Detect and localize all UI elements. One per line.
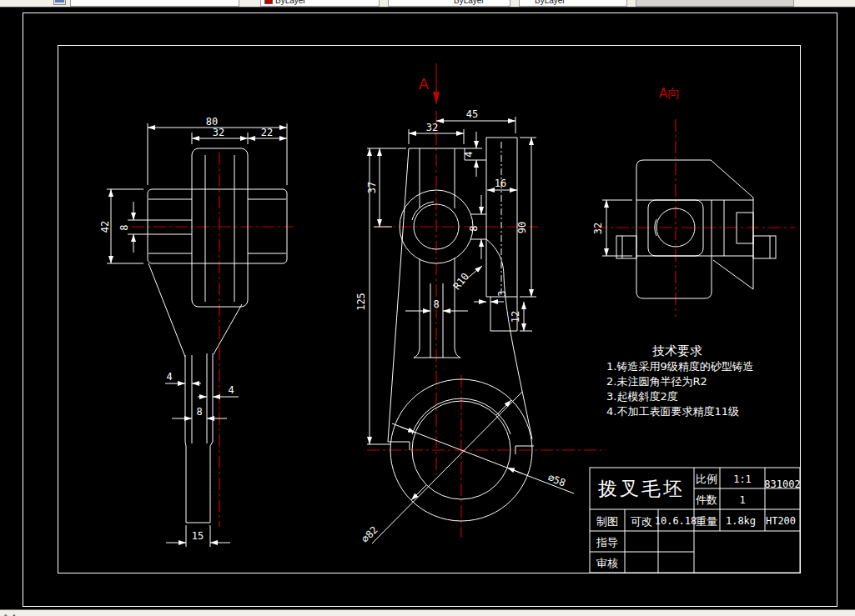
statusbar-strip: 命令: (0, 609, 855, 616)
toolbar-strip: ByLayer ByLayer ByLayer (0, 0, 855, 8)
dim-front-16: 16 (495, 178, 506, 189)
scale-label: 比例 (696, 473, 717, 485)
tech-item-4: 4.不加工表面要求精度11级 (606, 405, 739, 418)
dim-front-37: 37 (366, 182, 378, 193)
dim-left-32: 32 (213, 127, 224, 138)
advisor-label: 指导 (596, 536, 618, 548)
dim-left-4-r: 4 (228, 384, 234, 396)
color-swatch-icon (264, 0, 273, 4)
dim-front-32: 32 (426, 122, 438, 133)
drawn-label: 制图 (596, 515, 618, 528)
tech-item-3: 3.起模斜度2度 (606, 390, 678, 403)
dim-front-12: 12 (510, 311, 521, 323)
dim-left-15: 15 (192, 530, 204, 542)
front-view: A (355, 63, 606, 545)
tech-requirements: 技术要求 1.铸造采用9级精度的砂型铸造 2.未注圆角半径为R2 3.起模斜度2… (606, 343, 754, 418)
dim-left-22: 22 (261, 127, 273, 138)
section-arrow-icon (433, 92, 440, 105)
right-view: A向 32 (592, 86, 795, 317)
linetype-dropdown[interactable]: ByLayer (388, 0, 510, 7)
dim-right-32: 32 (592, 223, 604, 234)
dim-front-8-neck: 8 (468, 225, 480, 231)
dim-left-4-l: 4 (166, 371, 172, 383)
checker-label: 审核 (596, 557, 618, 569)
dim-front-4: 4 (463, 151, 475, 157)
color-dropdown[interactable]: ByLayer (260, 0, 380, 7)
dim-front-3: 3 (496, 290, 508, 296)
section-label-a: A (419, 75, 430, 93)
dim-left-42: 42 (99, 221, 111, 233)
dim-front-45: 45 (466, 108, 478, 120)
date: 10.6.18 (655, 515, 697, 527)
color-dropdown-value: ByLayer (275, 0, 306, 5)
drawing-number: 831002 (764, 478, 800, 490)
material: HT200 (766, 515, 796, 527)
plotstyle-dropdown[interactable] (636, 0, 794, 7)
dim-front-d58: ∅58 (546, 472, 567, 489)
part-name: 拨叉毛坯 (597, 478, 685, 499)
layer-dropdown[interactable] (70, 0, 239, 7)
command-line-fragment[interactable]: 命令: (2, 613, 21, 616)
dim-left-8-stem: 8 (196, 406, 202, 418)
weight-label: 重量 (696, 515, 717, 528)
qty-label: 件数 (696, 493, 717, 506)
tech-item-2: 2.未注圆角半径为R2 (606, 375, 707, 388)
tech-item-1: 1.铸造采用9级精度的砂型铸造 (606, 360, 754, 373)
view-label-a: A向 (659, 86, 680, 101)
weight-value: 1.8kg (726, 515, 756, 527)
tech-title: 技术要求 (652, 343, 702, 358)
dim-front-125: 125 (355, 293, 367, 311)
lineweight-dropdown-value: ByLayer (535, 0, 566, 5)
lineweight-dropdown[interactable]: ByLayer (519, 0, 627, 7)
dim-left-80: 80 (206, 116, 218, 128)
dim-left-8-web: 8 (118, 224, 130, 230)
drawn-by: 可改 (631, 515, 652, 528)
layers-icon[interactable] (53, 0, 66, 5)
scale-value: 1:1 (733, 473, 752, 485)
dim-front-8-stem: 8 (433, 298, 439, 310)
dim-front-r10: R10 (451, 271, 471, 293)
linetype-dropdown-value: ByLayer (454, 0, 485, 5)
dim-front-d82: ∅82 (360, 524, 380, 545)
dim-front-90: 90 (516, 222, 528, 233)
cad-canvas[interactable]: 80 32 22 42 8 4 4 8 15 (0, 8, 855, 609)
title-block: 拨叉毛坯 比例 1:1 831002 件数 1 制图 可改 10.6.18 重量… (590, 468, 801, 573)
qty-value: 1 (739, 494, 745, 506)
left-view: 80 32 22 42 8 4 4 8 15 (99, 116, 294, 547)
